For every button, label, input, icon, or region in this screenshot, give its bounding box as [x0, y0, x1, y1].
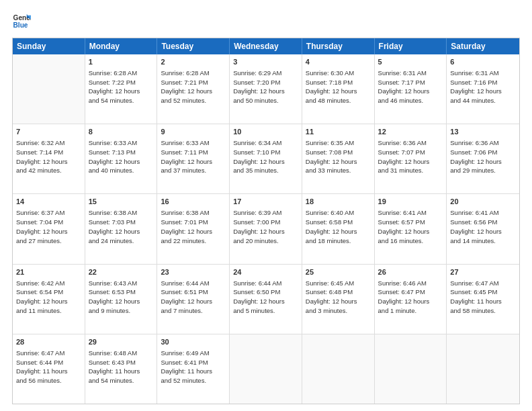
calendar-empty-cell: [375, 334, 447, 404]
day-number: 4: [306, 57, 371, 68]
day-info-line: Sunrise: 6:35 AM: [306, 138, 371, 148]
day-number: 30: [161, 337, 226, 348]
day-info-line: and 1 minute.: [378, 306, 443, 316]
calendar-day-4: 4Sunrise: 6:30 AMSunset: 7:18 PMDaylight…: [302, 54, 375, 124]
header-cell-wednesday: Wednesday: [230, 38, 302, 54]
day-info-line: Sunset: 6:56 PM: [450, 218, 516, 227]
calendar-week-1: 1Sunrise: 6:28 AMSunset: 7:22 PMDaylight…: [13, 54, 519, 124]
day-info-line: and 54 minutes.: [89, 376, 154, 385]
day-info-line: Sunrise: 6:45 AM: [306, 279, 371, 288]
day-info-line: Sunset: 6:44 PM: [16, 358, 81, 367]
day-info-line: Sunset: 7:10 PM: [233, 148, 298, 157]
day-info-line: Sunset: 6:47 PM: [378, 287, 443, 297]
day-number: 5: [378, 57, 443, 68]
day-info-line: and 33 minutes.: [306, 166, 371, 175]
calendar-week-2: 7Sunrise: 6:32 AMSunset: 7:14 PMDaylight…: [13, 124, 519, 194]
day-info-line: Daylight: 11 hours: [16, 367, 81, 376]
day-info-line: Sunrise: 6:38 AM: [161, 208, 226, 218]
day-info-line: Sunrise: 6:49 AM: [161, 349, 226, 358]
day-info-line: Sunset: 6:57 PM: [378, 218, 443, 227]
calendar-day-3: 3Sunrise: 6:29 AMSunset: 7:20 PMDaylight…: [230, 54, 302, 124]
day-info-line: and 31 minutes.: [378, 166, 443, 175]
day-number: 11: [306, 127, 371, 138]
day-info-line: and 3 minutes.: [306, 306, 371, 316]
day-info-line: Daylight: 12 hours: [306, 157, 371, 167]
day-info-line: Sunset: 7:14 PM: [16, 148, 81, 157]
day-info-line: and 22 minutes.: [161, 236, 226, 246]
day-info-line: and 46 minutes.: [378, 96, 443, 105]
calendar-day-24: 24Sunrise: 6:44 AMSunset: 6:50 PMDayligh…: [230, 265, 302, 334]
calendar-day-10: 10Sunrise: 6:34 AMSunset: 7:10 PMDayligh…: [230, 124, 302, 193]
calendar-day-26: 26Sunrise: 6:46 AMSunset: 6:47 PMDayligh…: [375, 265, 447, 334]
day-info-line: Sunrise: 6:43 AM: [89, 279, 154, 288]
day-info-line: Sunrise: 6:36 AM: [450, 138, 516, 148]
day-info-line: Sunset: 6:43 PM: [89, 358, 154, 367]
day-info-line: Daylight: 12 hours: [161, 157, 226, 167]
day-info-line: Sunrise: 6:47 AM: [450, 279, 516, 288]
calendar-day-25: 25Sunrise: 6:45 AMSunset: 6:48 PMDayligh…: [302, 265, 375, 334]
day-info-line: Sunset: 6:41 PM: [161, 358, 226, 367]
day-info-line: Sunset: 7:20 PM: [233, 78, 298, 87]
day-number: 13: [450, 127, 516, 138]
day-info-line: Sunrise: 6:42 AM: [16, 279, 81, 288]
day-number: 1: [89, 57, 154, 68]
calendar-day-7: 7Sunrise: 6:32 AMSunset: 7:14 PMDaylight…: [13, 124, 85, 193]
header-cell-thursday: Thursday: [302, 38, 375, 54]
calendar-day-16: 16Sunrise: 6:38 AMSunset: 7:01 PMDayligh…: [157, 194, 230, 263]
calendar-day-2: 2Sunrise: 6:28 AMSunset: 7:21 PMDaylight…: [157, 54, 230, 124]
day-info-line: Sunrise: 6:32 AM: [16, 138, 81, 148]
day-info-line: Sunrise: 6:28 AM: [161, 68, 226, 78]
day-info-line: and 14 minutes.: [450, 236, 516, 246]
calendar-day-20: 20Sunrise: 6:41 AMSunset: 6:56 PMDayligh…: [447, 194, 519, 263]
day-info-line: Daylight: 11 hours: [450, 297, 516, 306]
calendar-day-19: 19Sunrise: 6:41 AMSunset: 6:57 PMDayligh…: [375, 194, 447, 263]
day-info-line: Sunrise: 6:38 AM: [89, 208, 154, 218]
day-info-line: and 29 minutes.: [450, 166, 516, 175]
day-info-line: and 42 minutes.: [16, 166, 81, 175]
day-info-line: Daylight: 12 hours: [233, 87, 298, 96]
day-info-line: Daylight: 12 hours: [450, 227, 516, 236]
day-info-line: and 20 minutes.: [233, 236, 298, 246]
day-number: 2: [161, 57, 226, 68]
calendar-day-8: 8Sunrise: 6:33 AMSunset: 7:13 PMDaylight…: [85, 124, 158, 193]
day-number: 3: [233, 57, 298, 68]
day-number: 16: [161, 197, 226, 208]
calendar-week-4: 21Sunrise: 6:42 AMSunset: 6:54 PMDayligh…: [13, 265, 519, 334]
day-number: 23: [161, 267, 226, 278]
day-info-line: and 27 minutes.: [16, 236, 81, 246]
calendar-day-18: 18Sunrise: 6:40 AMSunset: 6:58 PMDayligh…: [302, 194, 375, 263]
day-info-line: Daylight: 12 hours: [89, 157, 154, 167]
calendar-day-9: 9Sunrise: 6:33 AMSunset: 7:11 PMDaylight…: [157, 124, 230, 193]
day-info-line: Sunrise: 6:39 AM: [233, 208, 298, 218]
day-info-line: Sunrise: 6:44 AM: [233, 279, 298, 288]
day-info-line: Sunset: 6:51 PM: [161, 287, 226, 297]
day-info-line: Sunset: 7:18 PM: [306, 78, 371, 87]
day-number: 25: [306, 267, 371, 278]
day-info-line: and 50 minutes.: [233, 96, 298, 105]
day-number: 21: [16, 267, 81, 278]
calendar-empty-cell: [302, 334, 375, 404]
day-number: 7: [16, 127, 81, 138]
day-info-line: Daylight: 12 hours: [89, 297, 154, 306]
day-number: 27: [450, 267, 516, 278]
logo-icon: General Blue: [12, 12, 31, 31]
day-number: 26: [378, 267, 443, 278]
day-info-line: Sunset: 7:21 PM: [161, 78, 226, 87]
day-number: 8: [89, 127, 154, 138]
day-info-line: and 11 minutes.: [16, 306, 81, 316]
day-info-line: Sunset: 7:01 PM: [161, 218, 226, 227]
day-info-line: Daylight: 12 hours: [233, 297, 298, 306]
day-info-line: and 5 minutes.: [233, 306, 298, 316]
calendar-week-3: 14Sunrise: 6:37 AMSunset: 7:04 PMDayligh…: [13, 194, 519, 264]
day-info-line: Sunrise: 6:37 AM: [16, 208, 81, 218]
calendar-day-29: 29Sunrise: 6:48 AMSunset: 6:43 PMDayligh…: [85, 334, 158, 404]
calendar-day-12: 12Sunrise: 6:36 AMSunset: 7:07 PMDayligh…: [375, 124, 447, 193]
calendar-day-14: 14Sunrise: 6:37 AMSunset: 7:04 PMDayligh…: [13, 194, 85, 263]
day-info-line: Sunset: 6:48 PM: [306, 287, 371, 297]
day-info-line: Daylight: 12 hours: [306, 227, 371, 236]
day-number: 14: [16, 197, 81, 208]
calendar-empty-cell: [13, 54, 85, 124]
calendar-empty-cell: [230, 334, 302, 404]
day-number: 18: [306, 197, 371, 208]
day-info-line: and 35 minutes.: [233, 166, 298, 175]
